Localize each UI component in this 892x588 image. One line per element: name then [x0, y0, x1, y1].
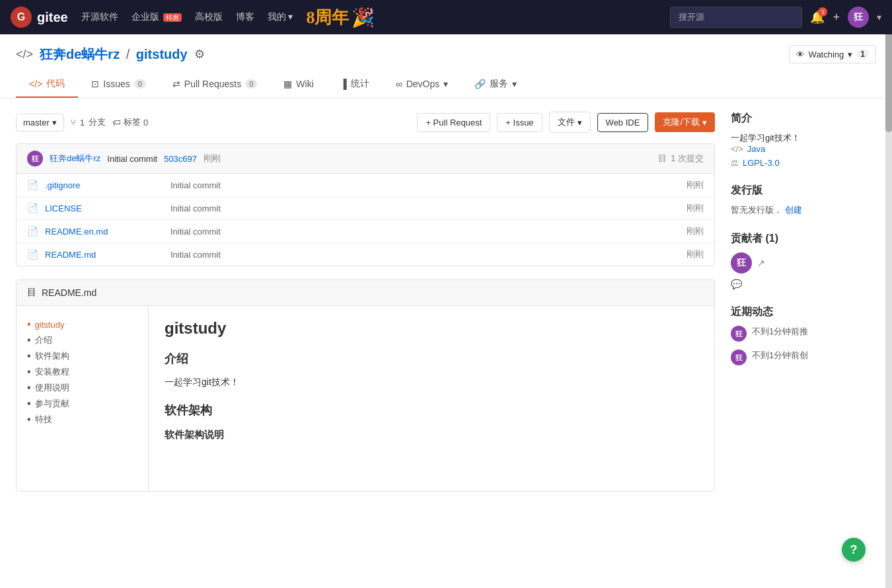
navbar-brand: gitee — [37, 10, 68, 25]
navbar-logo[interactable]: G gitee — [11, 7, 68, 28]
services-tab-label: 服务 — [490, 78, 508, 90]
repo-header: </> 狂奔de蜗牛rz / gitstudy ⚙ 👁 Watching ▾ 1… — [0, 34, 892, 98]
search-input[interactable]: 搜开源 — [670, 7, 802, 28]
file-name-readme[interactable]: README.md — [45, 250, 164, 260]
tab-services[interactable]: 🔗 服务 ▾ — [461, 71, 530, 98]
file-row: 📄 README.md Initial commit 刚刚 — [17, 243, 714, 266]
webide-btn[interactable]: Web IDE — [597, 113, 649, 132]
breadcrumb-separator: / — [126, 47, 130, 61]
tab-issues[interactable]: ⊡ Issues 0 — [78, 71, 159, 98]
toc-bullet: • — [27, 318, 31, 330]
navbar-link-open-source[interactable]: 开源软件 — [81, 11, 118, 23]
toc-item-tricks[interactable]: • 特技 — [27, 412, 137, 427]
toc-item-install[interactable]: • 安装教程 — [27, 364, 137, 380]
watching-btn[interactable]: 👁 Watching ▾ 1 — [789, 45, 876, 63]
scrollbar[interactable] — [885, 0, 892, 588]
branch-count: 1 — [80, 118, 85, 128]
comment-icon[interactable]: 💬 — [731, 279, 742, 289]
file-time-license: 刚刚 — [687, 202, 704, 214]
file-btn[interactable]: 文件 ▾ — [549, 112, 591, 133]
readme-section1-title: 介绍 — [165, 351, 698, 367]
file-row: 📄 LICENSE Initial commit 刚刚 — [17, 197, 714, 220]
tag-count: 0 — [143, 118, 148, 128]
notification-btn[interactable]: 🔔 1 — [810, 10, 825, 24]
tab-devops[interactable]: ∞ DevOps ▾ — [383, 71, 462, 98]
devops-tab-label: DevOps — [406, 79, 440, 89]
activity-text-1: 不到1分钟前创 — [752, 349, 808, 361]
file-name-readme-en[interactable]: README.en.md — [45, 227, 164, 237]
sidebar-release-create-link[interactable]: 创建 — [785, 204, 802, 216]
sidebar-intro-title: 简介 — [731, 112, 876, 126]
prs-tab-label: Pull Requests — [184, 79, 241, 89]
commit-row: 狂 狂奔de蜗牛rz Initial commit 503c697 刚刚 目 1… — [17, 144, 714, 174]
branch-label: 分支 — [89, 116, 106, 128]
contributor-count: (1) — [765, 233, 778, 244]
toc-bullet: • — [27, 350, 31, 362]
toc-bullet: • — [27, 414, 31, 425]
readme-header-icon: 目 — [27, 287, 36, 299]
readme-section: 目 README.md • gitstudy • 介绍 — [16, 279, 715, 492]
main-wrapper: </> 狂奔de蜗牛rz / gitstudy ⚙ 👁 Watching ▾ 1… — [0, 34, 892, 588]
tab-prs[interactable]: ⇄ Pull Requests 0 — [159, 71, 271, 98]
toc-item-contrib[interactable]: • 参与贡献 — [27, 396, 137, 412]
tab-code[interactable]: </> 代码 — [16, 71, 78, 98]
sidebar-intro-section: 简介 一起学习git技术！ </> Java ⚖ LGPL-3.0 — [731, 112, 876, 168]
clone-dropdown-icon: ▾ — [702, 118, 707, 128]
file-row: 📄 .gitignore Initial commit 刚刚 — [17, 174, 714, 197]
sidebar-intro-text: 一起学习git技术！ — [731, 132, 876, 144]
file-dropdown-icon: ▾ — [577, 118, 582, 128]
sidebar-release-section: 发行版 暂无发行版， 创建 — [731, 184, 876, 216]
export-icon[interactable]: ↗ — [757, 258, 765, 268]
activity-title: 近期动态 — [731, 305, 876, 319]
repo-owner-link[interactable]: 狂奔de蜗牛rz — [40, 47, 120, 61]
clone-btn[interactable]: 克隆/下载 ▾ — [655, 112, 715, 132]
sidebar-license-link[interactable]: LGPL-3.0 — [743, 158, 780, 168]
main-content: master ▾ ⑂ 1 分支 🏷 标签 0 + Pull Request + … — [16, 112, 715, 492]
toc-item-gitstudy[interactable]: • gitstudy — [27, 316, 137, 332]
navbar-link-blog[interactable]: 博客 — [236, 11, 254, 23]
navbar-links: 开源软件 企业版 特惠 高校版 博客 我的 ▾ — [81, 11, 293, 23]
add-btn[interactable]: + — [833, 11, 840, 24]
commit-hash[interactable]: 503c697 — [164, 154, 197, 164]
anniversary-badge: 8周年 🎉 — [306, 6, 375, 29]
file-name-license[interactable]: LICENSE — [45, 203, 164, 213]
navbar-link-enterprise[interactable]: 企业版 特惠 — [131, 11, 182, 23]
branch-select[interactable]: master ▾ — [16, 114, 64, 131]
repo-settings-icon[interactable]: ⚙ — [194, 47, 205, 61]
tag-icon: 🏷 — [112, 118, 121, 128]
tab-stats[interactable]: ▐ 统计 — [327, 71, 383, 98]
navbar-link-mine[interactable]: 我的 ▾ — [268, 11, 293, 23]
toc-bullet: • — [27, 398, 31, 410]
user-avatar-nav[interactable]: 狂 — [848, 7, 869, 28]
tab-wiki[interactable]: ▦ Wiki — [270, 71, 326, 98]
devops-arrow-icon: ▾ — [443, 79, 448, 89]
prs-tab-icon: ⇄ — [172, 79, 180, 89]
commit-author[interactable]: 狂奔de蜗牛rz — [50, 153, 100, 165]
sidebar-lang-link[interactable]: Java — [747, 144, 765, 154]
activity-text-0: 不到1分钟前推 — [752, 326, 808, 338]
toc-item-usage[interactable]: • 使用说明 — [27, 380, 137, 396]
file-name-gitignore[interactable]: .gitignore — [45, 180, 164, 190]
repo-name-link[interactable]: gitstudy — [136, 47, 188, 61]
toc-label: 特技 — [35, 414, 52, 425]
help-button[interactable]: ? — [842, 538, 866, 562]
readme-content: gitstudy 介绍 一起学习git技术！ 软件架构 软件架构说明 — [149, 306, 714, 491]
branch-icon: ⑂ — [71, 118, 76, 128]
wiki-tab-label: Wiki — [296, 79, 313, 89]
contributor-section: 贡献者 (1) 狂 ↗ 💬 — [731, 232, 876, 289]
commits-icon: 目 — [658, 153, 667, 165]
toc-item-intro[interactable]: • 介绍 — [27, 332, 137, 348]
contributor-avatar[interactable]: 狂 — [731, 252, 752, 274]
file-commit-license: Initial commit — [170, 203, 680, 213]
watching-count: 1 — [856, 49, 869, 59]
issue-btn[interactable]: + Issue — [497, 113, 542, 132]
toc-item-arch[interactable]: • 软件架构 — [27, 348, 137, 364]
repo-title-row: </> 狂奔de蜗牛rz / gitstudy ⚙ 👁 Watching ▾ 1 — [16, 45, 876, 63]
toc-bullet: • — [27, 334, 31, 346]
readme-section2-title: 软件架构 — [165, 402, 698, 418]
anniversary-text: 8周年 — [306, 6, 349, 29]
pull-request-btn[interactable]: + Pull Request — [417, 113, 490, 132]
navbar-link-university[interactable]: 高校版 — [195, 11, 223, 23]
readme-body: • gitstudy • 介绍 • 软件架构 • — [17, 306, 714, 491]
file-commit-readme: Initial commit — [170, 250, 680, 260]
